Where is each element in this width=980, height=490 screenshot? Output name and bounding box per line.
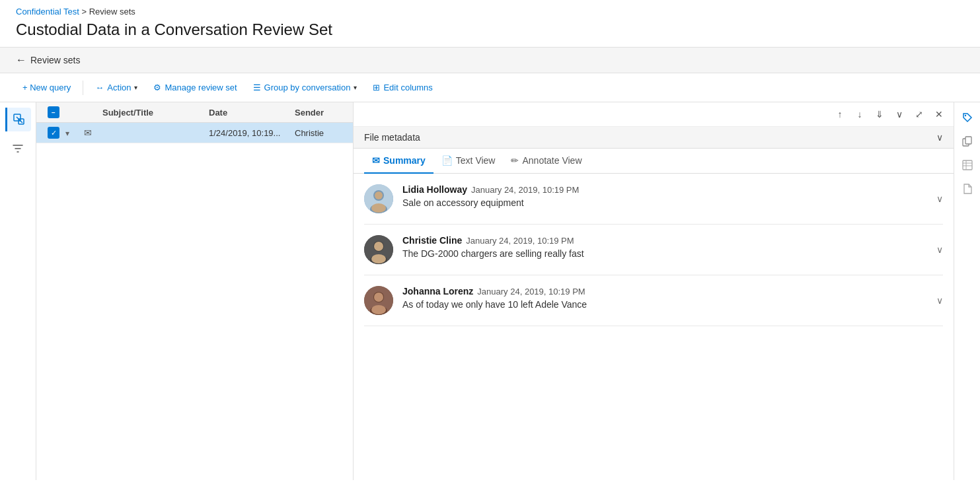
conv-header-lidia: Lidia Holloway January 24, 2019, 10:19 P… [402, 184, 927, 195]
header-sender-col: Sender [295, 108, 348, 118]
nav-down-button[interactable]: ↓ [850, 105, 869, 123]
tag-sidebar-button[interactable] [5, 108, 31, 131]
conv-content-johanna: Johanna Lorenz January 24, 2019, 10:19 P… [402, 286, 927, 310]
avatar-christie [364, 235, 393, 264]
row-checkbox[interactable] [42, 127, 65, 139]
back-arrow-icon[interactable]: ← [16, 54, 26, 66]
table-panel: − Subject/Title Date Sender ▾ ✉ 1/24/201… [36, 102, 354, 480]
header-subject-col: Subject/Title [102, 108, 209, 118]
conv-date-johanna: January 24, 2019, 10:19 PM [477, 287, 585, 297]
svg-point-18 [964, 115, 965, 116]
text-view-tab-icon: 📄 [441, 155, 453, 166]
manage-review-label: Manage review set [165, 83, 237, 92]
action-button[interactable]: ↔ Action ▾ [89, 79, 144, 96]
manage-review-set-button[interactable]: ⚙ Manage review set [147, 79, 243, 96]
conversation-item-johanna: Johanna Lorenz January 24, 2019, 10:19 P… [364, 275, 943, 326]
close-panel-button[interactable]: ✕ [930, 105, 948, 123]
header-date-col: Date [209, 108, 295, 118]
annotate-view-tab-label: Annotate View [522, 155, 582, 166]
group-icon: ☰ [253, 83, 261, 92]
action-chevron-icon: ▾ [134, 84, 137, 91]
left-sidebar [0, 102, 36, 480]
text-view-tab-label: Text View [456, 155, 496, 166]
conv-expand-christie[interactable]: ∨ [936, 244, 943, 255]
conv-sender-christie: Christie Cline [402, 235, 462, 246]
group-chevron-icon: ▾ [354, 84, 357, 91]
breadcrumb: Confidential Test > Review sets [16, 7, 964, 17]
breadcrumb-link[interactable]: Confidential Test [16, 7, 79, 17]
conv-content-christie: Christie Cline January 24, 2019, 10:19 P… [402, 235, 927, 259]
metadata-chevron-icon[interactable]: ∨ [936, 132, 943, 143]
nav-up-button[interactable]: ↑ [831, 105, 849, 123]
svg-point-6 [375, 192, 383, 199]
back-nav: ← Review sets [0, 48, 980, 73]
conv-expand-lidia[interactable]: ∨ [936, 193, 943, 204]
tabs-bar: ✉ Summary 📄 Text View ✏ Annotate View [354, 149, 954, 174]
row-mail-icon: ✉ [84, 127, 102, 138]
new-query-button[interactable]: + New query [16, 79, 77, 96]
columns-icon: ⊞ [373, 83, 380, 92]
main-layout: − Subject/Title Date Sender ▾ ✉ 1/24/201… [0, 102, 980, 480]
svg-rect-20 [965, 137, 971, 144]
conv-message-lidia: Sale on accessory equipment [402, 197, 927, 208]
avatar-lidia [364, 184, 393, 213]
mail-icon: ✉ [84, 127, 92, 138]
right-tag-button[interactable] [958, 108, 977, 127]
conv-expand-johanna[interactable]: ∨ [936, 295, 943, 306]
conv-sender-johanna: Johanna Lorenz [402, 286, 473, 297]
conv-content-lidia: Lidia Holloway January 24, 2019, 10:19 P… [402, 184, 927, 208]
file-metadata-label: File metadata [364, 132, 420, 143]
detail-panel: ↑ ↓ ⇓ ∨ ⤢ ✕ File metadata ∨ ✉ Summary 📄 … [354, 102, 954, 480]
edit-columns-button[interactable]: ⊞ Edit columns [366, 79, 439, 96]
edit-columns-label: Edit columns [383, 83, 432, 92]
right-table-button[interactable] [958, 155, 977, 175]
top-bar: Confidential Test > Review sets Custodia… [0, 0, 980, 48]
conv-date-christie: January 24, 2019, 10:19 PM [466, 236, 574, 246]
svg-point-12 [371, 254, 386, 263]
arrow-icon: ↔ [95, 83, 104, 92]
conv-sender-lidia: Lidia Holloway [402, 184, 467, 195]
annotate-view-tab-icon: ✏ [511, 155, 519, 166]
conv-message-johanna: As of today we only have 10 left Adele V… [402, 299, 927, 310]
nav-chevron-down-button[interactable]: ∨ [890, 105, 909, 123]
right-copy-button[interactable] [958, 131, 977, 151]
svg-rect-21 [963, 160, 972, 170]
row-date: 1/24/2019, 10:19... [209, 128, 295, 138]
summary-tab-label: Summary [383, 155, 426, 166]
file-metadata-bar: File metadata ∨ [354, 127, 954, 149]
back-nav-label: Review sets [30, 55, 80, 65]
expand-button[interactable]: ⤢ [910, 105, 928, 123]
breadcrumb-separator: > [82, 7, 87, 17]
svg-point-11 [374, 242, 383, 251]
table-header: − Subject/Title Date Sender [36, 102, 353, 123]
conversation-item-christie: Christie Cline January 24, 2019, 10:19 P… [364, 225, 943, 275]
breadcrumb-current: Review sets [89, 7, 135, 17]
right-doc-button[interactable] [958, 179, 977, 199]
page-title: Custodial Data in a Conversation Review … [16, 20, 964, 39]
row-sender: Christie [295, 128, 348, 138]
toolbar-separator-1 [83, 81, 83, 95]
svg-point-17 [371, 305, 386, 314]
right-sidebar [954, 102, 980, 480]
conv-header-christie: Christie Cline January 24, 2019, 10:19 P… [402, 235, 927, 246]
toolbar: + New query ↔ Action ▾ ⚙ Manage review s… [0, 73, 980, 102]
filter-sidebar-button[interactable] [6, 137, 30, 160]
nav-down-end-button[interactable]: ⇓ [870, 105, 889, 123]
avatar-johanna [364, 286, 393, 315]
group-by-conversation-button[interactable]: ☰ Group by conversation ▾ [246, 79, 364, 96]
header-check-col: − [42, 106, 65, 118]
expand-icon[interactable]: ▾ [65, 129, 69, 138]
gear-icon: ⚙ [153, 83, 161, 92]
tab-annotate-view[interactable]: ✏ Annotate View [503, 149, 589, 174]
table-row[interactable]: ▾ ✉ 1/24/2019, 10:19... Christie [36, 123, 353, 143]
conv-header-johanna: Johanna Lorenz January 24, 2019, 10:19 P… [402, 286, 927, 297]
action-label: Action [107, 83, 131, 92]
conv-message-christie: The DG-2000 chargers are selling really … [402, 248, 927, 259]
tab-summary[interactable]: ✉ Summary [364, 149, 433, 174]
tab-text-view[interactable]: 📄 Text View [433, 149, 504, 174]
svg-point-16 [374, 293, 383, 302]
svg-line-1 [17, 117, 22, 123]
svg-point-7 [371, 203, 386, 213]
group-label: Group by conversation [264, 83, 351, 92]
row-expand[interactable]: ▾ [65, 127, 84, 138]
